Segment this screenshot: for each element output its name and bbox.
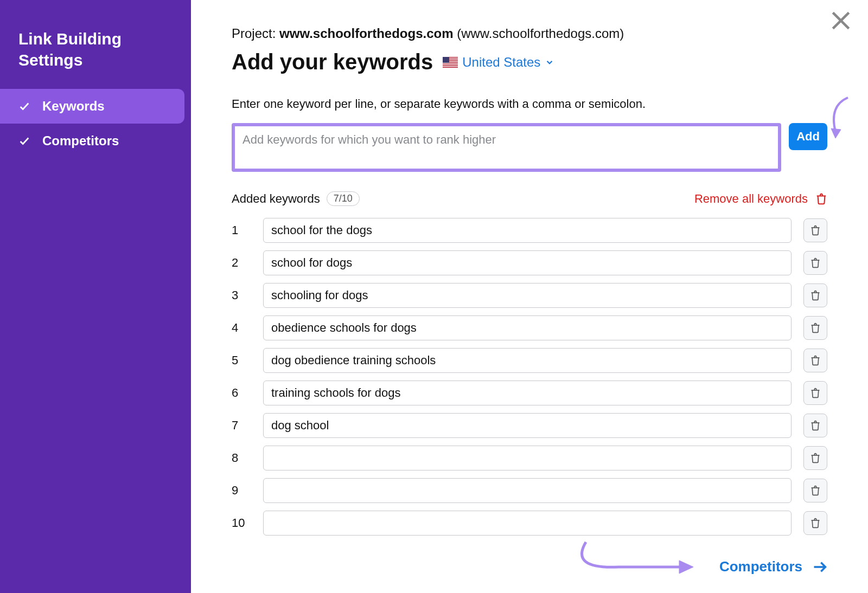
keyword-field[interactable] [263, 478, 792, 503]
row-number: 3 [232, 288, 251, 302]
row-number: 7 [232, 418, 251, 433]
keyword-rows: 12345678910 [232, 218, 827, 536]
trash-icon [810, 225, 821, 236]
keyword-field[interactable] [263, 413, 792, 438]
keyword-row: 8 [232, 446, 827, 470]
sidebar-item-keywords[interactable]: Keywords [0, 89, 184, 124]
trash-icon [810, 290, 821, 301]
close-icon [829, 9, 853, 33]
project-paren: (www.schoolforthedogs.com) [457, 26, 624, 41]
delete-keyword-button[interactable] [803, 251, 827, 275]
svg-rect-6 [443, 62, 458, 63]
row-number: 10 [232, 516, 251, 530]
row-number: 2 [232, 256, 251, 270]
keyword-field[interactable] [263, 250, 792, 275]
keyword-field[interactable] [263, 218, 792, 243]
trash-icon [810, 355, 821, 366]
trash-icon [810, 323, 821, 333]
trash-icon [815, 193, 827, 205]
delete-keyword-button[interactable] [803, 349, 827, 372]
keyword-field[interactable] [263, 381, 792, 405]
delete-keyword-button[interactable] [803, 446, 827, 470]
delete-keyword-button[interactable] [803, 414, 827, 437]
row-number: 6 [232, 386, 251, 400]
check-icon [18, 100, 30, 112]
arrow-right-icon [812, 559, 827, 575]
keyword-row: 3 [232, 283, 827, 308]
added-keywords-count: 7/10 [327, 191, 360, 206]
sidebar-title: Link Building Settings [0, 28, 191, 89]
keyword-row: 10 [232, 511, 827, 536]
us-flag-icon [443, 57, 458, 68]
keyword-field[interactable] [263, 446, 792, 470]
sidebar-item-label: Competitors [42, 133, 119, 149]
page-title: Add your keywords [232, 50, 433, 74]
delete-keyword-button[interactable] [803, 316, 827, 340]
trash-icon [810, 485, 821, 496]
svg-rect-8 [443, 66, 458, 67]
sidebar: Link Building Settings Keywords Competit… [0, 0, 191, 593]
delete-keyword-button[interactable] [803, 511, 827, 535]
row-number: 1 [232, 223, 251, 237]
trash-icon [810, 420, 821, 431]
keyword-field[interactable] [263, 283, 792, 308]
row-number: 8 [232, 451, 251, 465]
project-prefix: Project: [232, 26, 276, 41]
remove-all-button[interactable]: Remove all keywords [694, 192, 827, 206]
delete-keyword-button[interactable] [803, 381, 827, 405]
sidebar-item-competitors[interactable]: Competitors [0, 124, 184, 158]
keyword-field[interactable] [263, 348, 792, 373]
delete-keyword-button[interactable] [803, 218, 827, 242]
trash-icon [810, 257, 821, 268]
delete-keyword-button[interactable] [803, 283, 827, 307]
svg-rect-9 [443, 57, 449, 63]
trash-icon [810, 518, 821, 528]
keyword-row: 6 [232, 381, 827, 405]
keyword-field[interactable] [263, 511, 792, 536]
row-number: 9 [232, 484, 251, 498]
remove-all-label: Remove all keywords [694, 192, 808, 206]
trash-icon [810, 388, 821, 398]
chevron-down-icon [545, 57, 554, 67]
keyword-input[interactable] [232, 123, 781, 172]
trash-icon [810, 453, 821, 463]
delete-keyword-button[interactable] [803, 479, 827, 502]
svg-rect-7 [443, 64, 458, 65]
location-label: United States [462, 55, 540, 70]
location-picker[interactable]: United States [443, 55, 554, 70]
close-button[interactable] [829, 9, 853, 33]
row-number: 4 [232, 321, 251, 335]
keyword-row: 5 [232, 348, 827, 373]
competitors-next-link[interactable]: Competitors [719, 558, 827, 575]
keyword-row: 9 [232, 478, 827, 503]
keyword-row: 2 [232, 250, 827, 275]
row-number: 5 [232, 353, 251, 368]
check-icon [18, 135, 30, 147]
keyword-row: 7 [232, 413, 827, 438]
add-button[interactable]: Add [789, 123, 827, 150]
added-keywords-label: Added keywords [232, 192, 320, 206]
project-line: Project: www.schoolforthedogs.com (www.s… [232, 26, 827, 41]
keyword-row: 1 [232, 218, 827, 243]
next-link-label: Competitors [719, 558, 802, 575]
keyword-row: 4 [232, 315, 827, 340]
svg-marker-10 [831, 128, 841, 138]
main-panel: Project: www.schoolforthedogs.com (www.s… [191, 0, 868, 593]
keyword-field[interactable] [263, 315, 792, 340]
instructions: Enter one keyword per line, or separate … [232, 97, 827, 111]
sidebar-item-label: Keywords [42, 99, 105, 114]
project-domain: www.schoolforthedogs.com [279, 26, 453, 41]
